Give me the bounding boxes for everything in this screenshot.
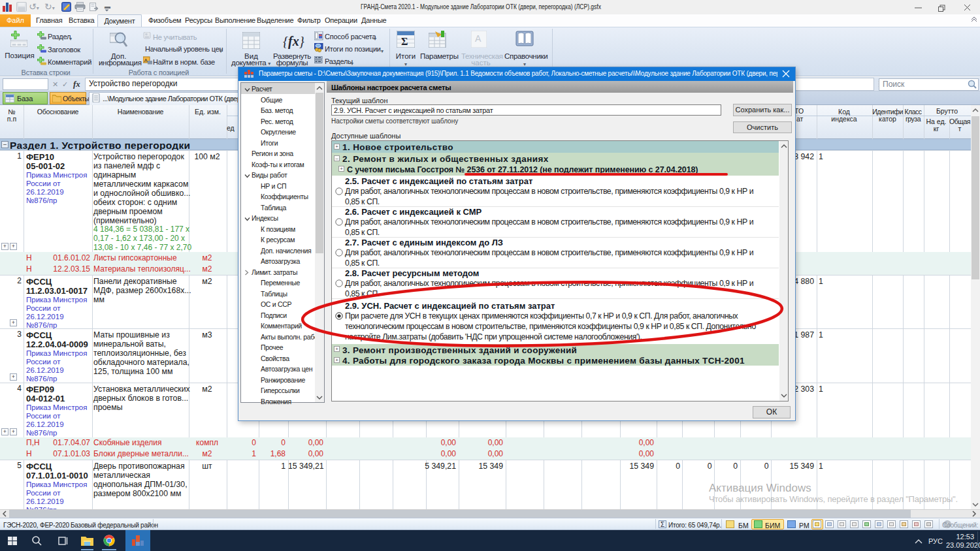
svg-text:A: A: [475, 33, 482, 44]
svg-text:A: A: [144, 57, 148, 63]
svg-text:Σ: Σ: [401, 36, 408, 47]
